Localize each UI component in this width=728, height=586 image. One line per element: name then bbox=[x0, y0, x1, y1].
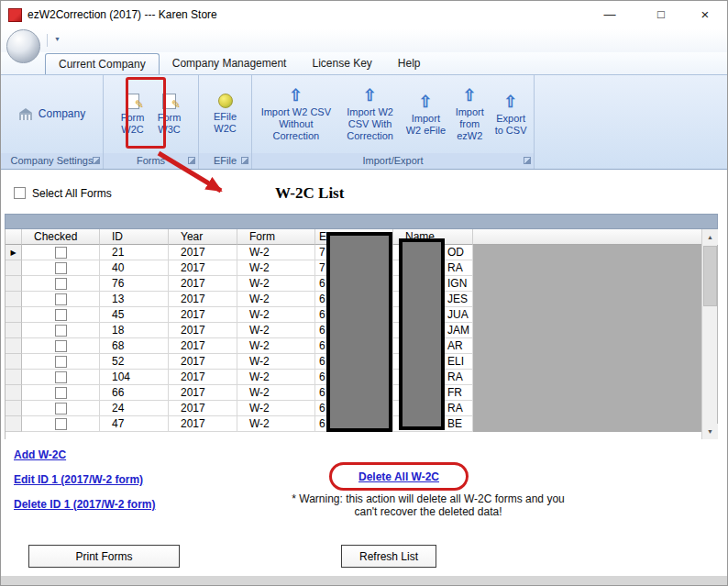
company-button[interactable]: Company bbox=[17, 105, 87, 123]
row-selector-cell[interactable] bbox=[6, 276, 22, 292]
row-form-cell: W-2 bbox=[237, 260, 315, 276]
row-year-cell: 2017 bbox=[169, 292, 237, 307]
row-year-cell: 2017 bbox=[169, 307, 237, 323]
ribbon-group-import-export: ⇧ Import W2 CSV Without Correction ⇧ Imp… bbox=[252, 75, 535, 169]
row-checkbox[interactable] bbox=[55, 418, 67, 430]
row-checked-cell bbox=[22, 276, 100, 292]
row-form-cell: W-2 bbox=[237, 245, 315, 260]
row-selector-cell[interactable] bbox=[6, 338, 22, 354]
import-with-label: Import W2 CSV With Correction bbox=[338, 106, 403, 142]
window-bottom-frame bbox=[1, 576, 727, 585]
list-header-row: Select All Forms W-2C List bbox=[1, 170, 727, 214]
import-w2-efile-button[interactable]: ⇧ Import W2 eFile bbox=[403, 90, 447, 139]
import-w2-csv-with-correction-button[interactable]: ⇧ Import W2 CSV With Correction bbox=[336, 83, 404, 145]
ribbon-group-efile: EFile W2C EFile bbox=[199, 75, 252, 169]
up-arrow-icon: ⇧ bbox=[504, 93, 518, 113]
col-header-year[interactable]: Year bbox=[169, 229, 237, 245]
row-year-cell: 2017 bbox=[169, 260, 237, 276]
application-menu-orb[interactable] bbox=[6, 29, 40, 63]
row-selector-cell[interactable] bbox=[6, 323, 22, 338]
redaction-box-ssn bbox=[326, 232, 392, 432]
row-selector-cell[interactable] bbox=[6, 370, 22, 385]
toolbar-dropdown-icon[interactable]: ▼ bbox=[54, 36, 61, 42]
delete-id1-link[interactable]: Delete ID 1 (2017/W-2 form) bbox=[14, 498, 155, 511]
tab-license-key[interactable]: License Key bbox=[299, 53, 384, 74]
row-checkbox[interactable] bbox=[55, 356, 67, 368]
row-year-cell: 2017 bbox=[169, 245, 237, 260]
ribbon-group-company-settings: Company Company Settings bbox=[1, 75, 104, 169]
tab-help[interactable]: Help bbox=[385, 53, 434, 74]
close-button[interactable]: × bbox=[687, 2, 723, 27]
row-checked-cell bbox=[22, 338, 100, 354]
row-checkbox[interactable] bbox=[55, 340, 67, 352]
row-checkbox[interactable] bbox=[55, 325, 67, 337]
row-checkbox[interactable] bbox=[55, 293, 67, 305]
row-id-cell: 24 bbox=[100, 401, 169, 416]
building-icon bbox=[18, 108, 33, 121]
annotation-rectangle bbox=[126, 77, 166, 149]
row-checkbox[interactable] bbox=[55, 278, 67, 290]
refresh-list-button[interactable]: Refresh List bbox=[341, 545, 436, 568]
efile-w2c-button[interactable]: EFile W2C bbox=[207, 91, 244, 138]
dialog-launcher-icon[interactable] bbox=[188, 157, 195, 164]
row-selector-cell[interactable] bbox=[6, 401, 22, 416]
row-year-cell: 2017 bbox=[169, 416, 237, 432]
edit-id1-link[interactable]: Edit ID 1 (2017/W-2 form) bbox=[14, 473, 143, 486]
row-id-cell: 40 bbox=[100, 260, 169, 276]
dialog-launcher-icon[interactable] bbox=[241, 157, 248, 164]
delete-all-link[interactable]: Delete All W-2C bbox=[358, 470, 439, 483]
export-to-csv-button[interactable]: ⇧ Export to CSV bbox=[491, 90, 530, 139]
ribbon-tab-bar: Current Company Company Management Licen… bbox=[1, 52, 727, 74]
row-checked-cell bbox=[22, 307, 100, 323]
tab-current-company[interactable]: Current Company bbox=[45, 53, 160, 74]
print-forms-button[interactable]: Print Forms bbox=[28, 545, 180, 568]
row-id-cell: 68 bbox=[100, 338, 169, 354]
scroll-down-icon[interactable]: ▼ bbox=[702, 424, 718, 439]
col-header-form[interactable]: Form bbox=[237, 229, 315, 245]
scrollbar-thumb[interactable] bbox=[703, 246, 717, 306]
row-checkbox[interactable] bbox=[55, 387, 67, 399]
row-selector-cell[interactable] bbox=[6, 354, 22, 370]
row-checked-cell bbox=[22, 401, 100, 416]
import-ezw2-label: Import from ezW2 bbox=[449, 106, 490, 142]
maximize-button[interactable]: □ bbox=[643, 2, 679, 27]
export-csv-label: Export to CSV bbox=[493, 113, 528, 137]
col-header-id[interactable]: ID bbox=[100, 229, 169, 245]
import-efile-label: Import W2 eFile bbox=[405, 113, 446, 137]
up-arrow-icon: ⇧ bbox=[289, 86, 303, 106]
up-arrow-icon: ⇧ bbox=[363, 86, 377, 106]
row-selector-cell[interactable] bbox=[6, 260, 22, 276]
row-selector-cell[interactable]: ▶ bbox=[6, 245, 22, 260]
scroll-up-icon[interactable]: ▲ bbox=[702, 229, 718, 245]
row-checkbox[interactable] bbox=[55, 371, 67, 383]
row-year-cell: 2017 bbox=[169, 338, 237, 354]
row-checkbox[interactable] bbox=[55, 262, 67, 274]
import-w2-csv-without-correction-button[interactable]: ⇧ Import W2 CSV Without Correction bbox=[256, 83, 336, 145]
header-filler bbox=[473, 229, 717, 245]
add-w2c-link[interactable]: Add W-2C bbox=[14, 448, 66, 461]
select-all-checkbox[interactable] bbox=[14, 187, 26, 199]
row-checkbox[interactable] bbox=[55, 403, 67, 415]
row-selector-cell[interactable] bbox=[6, 416, 22, 432]
row-selector-cell[interactable] bbox=[6, 292, 22, 307]
row-checkbox[interactable] bbox=[55, 309, 67, 321]
row-selector-cell[interactable] bbox=[6, 307, 22, 323]
dialog-launcher-icon[interactable] bbox=[93, 157, 100, 164]
import-from-ezw2-button[interactable]: ⇧ Import from ezW2 bbox=[447, 83, 491, 145]
row-id-cell: 13 bbox=[100, 292, 169, 307]
dialog-launcher-icon[interactable] bbox=[524, 157, 531, 164]
row-form-cell: W-2 bbox=[237, 401, 315, 416]
minimize-button[interactable]: — bbox=[591, 2, 628, 27]
select-all-label: Select All Forms bbox=[32, 187, 112, 200]
row-form-cell: W-2 bbox=[237, 370, 315, 385]
row-checked-cell bbox=[22, 370, 100, 385]
row-selector-cell[interactable] bbox=[6, 385, 22, 401]
company-button-label: Company bbox=[39, 107, 85, 120]
col-header-checked[interactable]: Checked bbox=[22, 229, 100, 245]
title-bar: ezW2Correction (2017) --- Karen Store — … bbox=[1, 1, 727, 28]
tab-company-management[interactable]: Company Management bbox=[160, 53, 300, 74]
row-checkbox[interactable] bbox=[55, 247, 67, 259]
row-id-cell: 18 bbox=[100, 323, 169, 338]
row-checked-cell bbox=[22, 385, 100, 401]
vertical-scrollbar[interactable]: ▲ ▼ bbox=[701, 229, 717, 439]
